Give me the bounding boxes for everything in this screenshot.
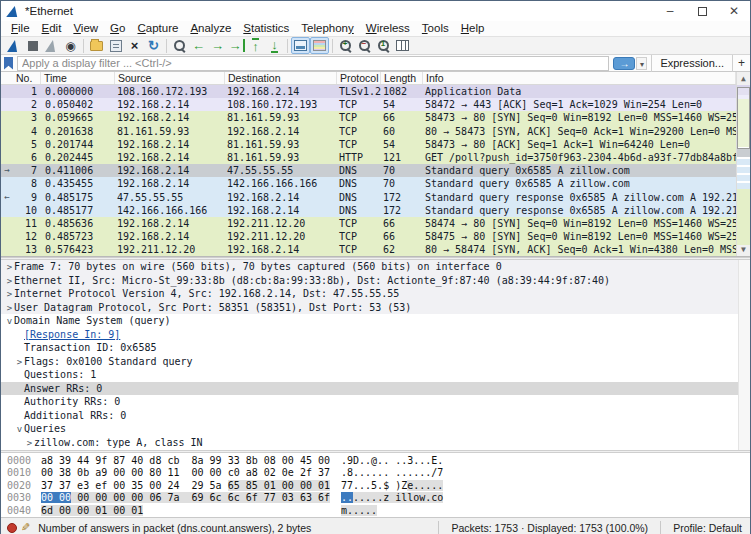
- column-header-destination[interactable]: Destination: [225, 72, 337, 84]
- detail-row[interactable]: >Flags: 0x0100 Standard query: [1, 355, 750, 369]
- expert-info-icon[interactable]: [7, 523, 17, 533]
- restore-button[interactable]: [686, 1, 718, 21]
- column-header-length[interactable]: Length: [381, 72, 423, 84]
- filter-bookmark-icon[interactable]: [4, 57, 13, 70]
- zoom-in-button[interactable]: +: [336, 37, 355, 54]
- restart-capture-button[interactable]: [42, 37, 61, 54]
- colorize-button[interactable]: [310, 37, 329, 54]
- open-file-button[interactable]: [87, 37, 106, 54]
- zoom-out-button[interactable]: −: [355, 37, 374, 54]
- column-header-info[interactable]: Info: [423, 72, 736, 84]
- packet-row[interactable]: 10.000000108.160.172.193192.168.2.14TLSv…: [1, 85, 736, 98]
- collapsed-chevron-icon[interactable]: >: [5, 288, 14, 302]
- packet-row[interactable]: 80.435455192.168.2.14142.166.166.166DNS7…: [1, 177, 736, 190]
- collapsed-chevron-icon[interactable]: >: [5, 275, 14, 289]
- add-filter-button[interactable]: +: [732, 55, 750, 72]
- menu-edit[interactable]: Edit: [36, 21, 68, 36]
- hex-ascii[interactable]: 77...5.$ )Ze.....: [341, 480, 443, 491]
- menu-file[interactable]: File: [5, 21, 36, 36]
- detail-row[interactable]: vDomain Name System (query): [1, 314, 750, 328]
- hex-bytes[interactable]: a8 39 44 9f 87 40 d8 cb 8a 99 33 8b 08 0…: [41, 455, 341, 467]
- previous-packet-button[interactable]: ←: [189, 37, 208, 54]
- collapsed-chevron-icon[interactable]: >: [25, 437, 34, 451]
- packet-row[interactable]: 120.485723192.168.2.14192.211.12.20TCP66…: [1, 230, 736, 243]
- display-filter-input[interactable]: [17, 56, 609, 71]
- next-packet-button[interactable]: →: [208, 37, 227, 54]
- packet-list-scrollbar[interactable]: ▲ ▼: [736, 72, 750, 256]
- hex-bytes[interactable]: 37 37 e3 ef 00 35 00 24 29 5a 65 85 01 0…: [41, 480, 341, 492]
- scrollbar-thumb[interactable]: [737, 87, 750, 149]
- hex-ascii[interactable]: .9D..@.. ..3...E.: [341, 455, 443, 466]
- collapsed-chevron-icon[interactable]: >: [5, 261, 14, 275]
- hex-row[interactable]: 00406d 00 00 01 00 01m.....: [7, 505, 750, 517]
- start-capture-button[interactable]: [4, 37, 23, 54]
- collapsed-chevron-icon[interactable]: >: [15, 356, 24, 370]
- scroll-up-icon[interactable]: ▲: [737, 72, 750, 85]
- detail-row[interactable]: >Ethernet II, Src: Micro-St_99:33:8b (d8…: [1, 274, 750, 288]
- hex-row[interactable]: 0000a8 39 44 9f 87 40 d8 cb 8a 99 33 8b …: [7, 455, 750, 467]
- detail-row[interactable]: >Internet Protocol Version 4, Src: 192.1…: [1, 287, 750, 301]
- packet-row[interactable]: →70.411006192.168.2.1447.55.55.55DNS70St…: [1, 164, 736, 177]
- menu-telephony[interactable]: Telephony: [295, 21, 359, 36]
- detail-row[interactable]: Authority RRs: 0: [1, 395, 750, 409]
- response-in-link[interactable]: [Response In: 9]: [24, 329, 120, 340]
- zoom-reset-button[interactable]: 1: [374, 37, 393, 54]
- packet-row[interactable]: 110.485636192.168.2.14192.211.12.20TCP66…: [1, 217, 736, 230]
- packet-row[interactable]: 60.202445192.168.2.1481.161.59.93HTTP121…: [1, 151, 736, 164]
- menu-capture[interactable]: Capture: [131, 21, 184, 36]
- detail-row[interactable]: vQueries: [1, 422, 750, 436]
- apply-filter-button[interactable]: →: [613, 57, 635, 70]
- details-scrollbar[interactable]: [738, 260, 750, 450]
- menu-statistics[interactable]: Statistics: [237, 21, 295, 36]
- packet-row[interactable]: 20.050402192.168.2.14108.160.172.193TCP5…: [1, 98, 736, 111]
- hex-ascii[interactable]: m.....: [341, 505, 377, 516]
- hex-ascii[interactable]: .8...... ....../7: [341, 467, 443, 478]
- menu-go[interactable]: Go: [104, 21, 131, 36]
- hex-bytes[interactable]: 00 00 00 00 00 00 06 7a 69 6c 6c 6f 77 0…: [41, 492, 341, 504]
- goto-packet-button[interactable]: →: [227, 37, 246, 54]
- collapsed-chevron-icon[interactable]: >: [5, 302, 14, 316]
- detail-row[interactable]: >Frame 7: 70 bytes on wire (560 bits), 7…: [1, 260, 750, 274]
- menu-tools[interactable]: Tools: [416, 21, 455, 36]
- expanded-chevron-icon[interactable]: v: [15, 423, 24, 437]
- detail-row[interactable]: Questions: 1: [1, 368, 750, 382]
- scroll-down-icon[interactable]: ▼: [737, 243, 750, 256]
- capture-options-button[interactable]: ◉: [61, 37, 80, 54]
- packet-row[interactable]: 50.201744192.168.2.1481.161.59.93TCP5458…: [1, 138, 736, 151]
- expanded-chevron-icon[interactable]: v: [5, 315, 14, 329]
- close-button[interactable]: ✕: [718, 1, 750, 21]
- hex-bytes[interactable]: 00 38 0b a9 00 00 80 11 00 00 c0 a8 02 0…: [41, 467, 341, 479]
- detail-row[interactable]: Transaction ID: 0x6585: [1, 341, 750, 355]
- detail-row[interactable]: >User Datagram Protocol, Src Port: 58351…: [1, 301, 750, 315]
- detail-row[interactable]: [Response In: 9]: [1, 328, 750, 342]
- packet-row[interactable]: ←90.48517547.55.55.55192.168.2.14DNS172S…: [1, 191, 736, 204]
- packet-row[interactable]: 100.485177142.166.166.166192.168.2.14DNS…: [1, 204, 736, 217]
- last-packet-button[interactable]: ↓: [265, 37, 284, 54]
- hex-row[interactable]: 002037 37 e3 ef 00 35 00 24 29 5a 65 85 …: [7, 480, 750, 492]
- menu-view[interactable]: View: [67, 21, 104, 36]
- detail-row[interactable]: Additional RRs: 0: [1, 409, 750, 423]
- filter-dropdown-caret[interactable]: ▾: [636, 57, 647, 70]
- hex-ascii[interactable]: .......z illow.co: [341, 492, 443, 503]
- packet-row[interactable]: 30.059665192.168.2.1481.161.59.93TCP6658…: [1, 111, 736, 124]
- menu-wireless[interactable]: Wireless: [360, 21, 416, 36]
- close-file-button[interactable]: ×: [125, 37, 144, 54]
- column-header-protocol[interactable]: Protocol: [337, 72, 381, 84]
- profile-text[interactable]: Profile: Default: [667, 522, 750, 534]
- stop-capture-button[interactable]: [23, 37, 42, 54]
- find-packet-button[interactable]: [170, 37, 189, 54]
- hex-row[interactable]: 003000 00 00 00 00 00 06 7a 69 6c 6c 6f …: [7, 492, 750, 504]
- hex-row[interactable]: 001000 38 0b a9 00 00 80 11 00 00 c0 a8 …: [7, 467, 750, 479]
- minimize-button[interactable]: –: [654, 1, 686, 21]
- autoscroll-button[interactable]: [291, 37, 310, 54]
- column-header-time[interactable]: Time: [41, 72, 115, 84]
- packet-row[interactable]: 130.576423192.211.12.20192.168.2.14TCP62…: [1, 243, 736, 256]
- column-header-source[interactable]: Source: [115, 72, 225, 84]
- column-header-no[interactable]: No.: [13, 72, 41, 84]
- hex-bytes[interactable]: 6d 00 00 01 00 01: [41, 505, 341, 517]
- detail-row[interactable]: Answer RRs: 0: [1, 382, 750, 396]
- menu-analyze[interactable]: Analyze: [184, 21, 237, 36]
- resize-columns-button[interactable]: [393, 37, 412, 54]
- packet-row[interactable]: 40.20163881.161.59.93192.168.2.14TCP6080…: [1, 125, 736, 138]
- save-file-button[interactable]: [106, 37, 125, 54]
